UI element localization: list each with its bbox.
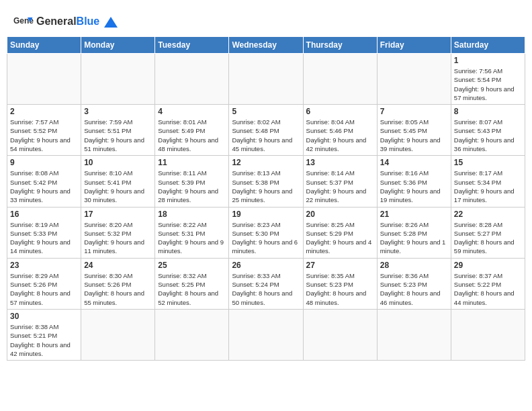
day-info: Sunrise: 8:32 AM Sunset: 5:25 PM Dayligh… xyxy=(158,271,226,307)
calendar-cell xyxy=(303,309,377,360)
day-number: 8 xyxy=(454,107,522,116)
calendar-cell: 22Sunrise: 8:28 AM Sunset: 5:27 PM Dayli… xyxy=(451,207,525,258)
day-number: 2 xyxy=(10,107,78,116)
day-number: 17 xyxy=(84,210,152,219)
day-number: 29 xyxy=(454,261,522,270)
calendar-cell: 5Sunrise: 8:02 AM Sunset: 5:48 PM Daylig… xyxy=(229,105,303,156)
day-number: 23 xyxy=(10,261,78,270)
day-info: Sunrise: 8:29 AM Sunset: 5:26 PM Dayligh… xyxy=(10,271,78,307)
day-info: Sunrise: 8:38 AM Sunset: 5:21 PM Dayligh… xyxy=(10,322,78,358)
calendar-week-row: 2Sunrise: 7:57 AM Sunset: 5:52 PM Daylig… xyxy=(7,105,525,156)
day-number: 20 xyxy=(306,210,374,219)
calendar-cell: 20Sunrise: 8:25 AM Sunset: 5:29 PM Dayli… xyxy=(303,207,377,258)
day-info: Sunrise: 8:20 AM Sunset: 5:32 PM Dayligh… xyxy=(84,220,152,256)
day-number: 3 xyxy=(84,107,152,116)
calendar-cell: 21Sunrise: 8:26 AM Sunset: 5:28 PM Dayli… xyxy=(377,207,451,258)
day-number: 4 xyxy=(158,107,226,116)
day-info: Sunrise: 8:10 AM Sunset: 5:41 PM Dayligh… xyxy=(84,169,152,204)
day-number: 24 xyxy=(84,261,152,270)
calendar-cell: 16Sunrise: 8:19 AM Sunset: 5:33 PM Dayli… xyxy=(7,207,81,258)
day-number: 7 xyxy=(380,107,448,116)
calendar-cell xyxy=(7,54,81,105)
calendar-week-row: 9Sunrise: 8:08 AM Sunset: 5:42 PM Daylig… xyxy=(7,156,525,207)
day-info: Sunrise: 8:36 AM Sunset: 5:23 PM Dayligh… xyxy=(380,271,448,307)
calendar-cell: 1Sunrise: 7:56 AM Sunset: 5:54 PM Daylig… xyxy=(451,54,525,105)
day-info: Sunrise: 8:25 AM Sunset: 5:29 PM Dayligh… xyxy=(306,220,374,256)
day-number: 11 xyxy=(158,158,226,167)
day-info: Sunrise: 8:07 AM Sunset: 5:43 PM Dayligh… xyxy=(454,118,522,153)
calendar-cell xyxy=(155,54,229,105)
calendar-header-row: SundayMondayTuesdayWednesdayThursdayFrid… xyxy=(7,37,525,54)
logo: General GeneralBlue xyxy=(13,13,118,30)
calendar-cell: 27Sunrise: 8:35 AM Sunset: 5:23 PM Dayli… xyxy=(303,258,377,309)
calendar-cell: 28Sunrise: 8:36 AM Sunset: 5:23 PM Dayli… xyxy=(377,258,451,309)
calendar-cell xyxy=(155,309,229,360)
day-info: Sunrise: 8:04 AM Sunset: 5:46 PM Dayligh… xyxy=(306,118,374,153)
calendar-cell: 3Sunrise: 7:59 AM Sunset: 5:51 PM Daylig… xyxy=(81,105,155,156)
day-number: 22 xyxy=(454,210,522,219)
day-header-friday: Friday xyxy=(377,37,451,54)
calendar-cell: 11Sunrise: 8:11 AM Sunset: 5:39 PM Dayli… xyxy=(155,156,229,207)
day-number: 21 xyxy=(380,210,448,219)
day-number: 16 xyxy=(10,210,78,219)
day-info: Sunrise: 7:56 AM Sunset: 5:54 PM Dayligh… xyxy=(454,66,522,102)
day-info: Sunrise: 8:14 AM Sunset: 5:37 PM Dayligh… xyxy=(306,169,374,204)
day-number: 10 xyxy=(84,158,152,167)
calendar-cell: 8Sunrise: 8:07 AM Sunset: 5:43 PM Daylig… xyxy=(451,105,525,156)
calendar-cell xyxy=(229,54,303,105)
day-info: Sunrise: 8:22 AM Sunset: 5:31 PM Dayligh… xyxy=(158,220,226,256)
day-number: 18 xyxy=(158,210,226,219)
day-header-wednesday: Wednesday xyxy=(229,37,303,54)
day-number: 13 xyxy=(306,158,374,167)
calendar-cell: 26Sunrise: 8:33 AM Sunset: 5:24 PM Dayli… xyxy=(229,258,303,309)
day-number: 6 xyxy=(306,107,374,116)
calendar-cell xyxy=(377,54,451,105)
day-header-sunday: Sunday xyxy=(7,37,81,54)
day-info: Sunrise: 8:08 AM Sunset: 5:42 PM Dayligh… xyxy=(10,169,78,204)
calendar-week-row: 30Sunrise: 8:38 AM Sunset: 5:21 PM Dayli… xyxy=(7,309,525,360)
calendar-cell: 30Sunrise: 8:38 AM Sunset: 5:21 PM Dayli… xyxy=(7,309,81,360)
calendar-cell: 6Sunrise: 8:04 AM Sunset: 5:46 PM Daylig… xyxy=(303,105,377,156)
day-info: Sunrise: 8:02 AM Sunset: 5:48 PM Dayligh… xyxy=(232,118,300,153)
page-header: General GeneralBlue xyxy=(7,7,525,33)
day-number: 5 xyxy=(232,107,300,116)
calendar-cell xyxy=(303,54,377,105)
calendar-week-row: 23Sunrise: 8:29 AM Sunset: 5:26 PM Dayli… xyxy=(7,258,525,309)
calendar-week-row: 1Sunrise: 7:56 AM Sunset: 5:54 PM Daylig… xyxy=(7,54,525,105)
calendar-cell: 19Sunrise: 8:23 AM Sunset: 5:30 PM Dayli… xyxy=(229,207,303,258)
logo-blue-text: Blue xyxy=(77,15,100,27)
day-number: 15 xyxy=(454,158,522,167)
day-header-tuesday: Tuesday xyxy=(155,37,229,54)
day-info: Sunrise: 7:57 AM Sunset: 5:52 PM Dayligh… xyxy=(10,118,78,153)
day-number: 26 xyxy=(232,261,300,270)
day-info: Sunrise: 8:28 AM Sunset: 5:27 PM Dayligh… xyxy=(454,220,522,256)
calendar-cell xyxy=(229,309,303,360)
day-info: Sunrise: 8:33 AM Sunset: 5:24 PM Dayligh… xyxy=(232,271,300,307)
calendar-cell: 18Sunrise: 8:22 AM Sunset: 5:31 PM Dayli… xyxy=(155,207,229,258)
calendar-cell: 2Sunrise: 7:57 AM Sunset: 5:52 PM Daylig… xyxy=(7,105,81,156)
day-number: 1 xyxy=(454,56,522,65)
calendar-cell: 24Sunrise: 8:30 AM Sunset: 5:26 PM Dayli… xyxy=(81,258,155,309)
calendar-cell xyxy=(81,54,155,105)
day-info: Sunrise: 8:30 AM Sunset: 5:26 PM Dayligh… xyxy=(84,271,152,307)
calendar-cell xyxy=(451,309,525,360)
calendar-cell: 4Sunrise: 8:01 AM Sunset: 5:49 PM Daylig… xyxy=(155,105,229,156)
day-number: 27 xyxy=(306,261,374,270)
day-header-thursday: Thursday xyxy=(303,37,377,54)
day-info: Sunrise: 8:35 AM Sunset: 5:23 PM Dayligh… xyxy=(306,271,374,307)
day-info: Sunrise: 8:01 AM Sunset: 5:49 PM Dayligh… xyxy=(158,118,226,153)
calendar-cell xyxy=(377,309,451,360)
calendar-week-row: 16Sunrise: 8:19 AM Sunset: 5:33 PM Dayli… xyxy=(7,207,525,258)
logo-icon: General xyxy=(13,13,34,30)
day-info: Sunrise: 8:26 AM Sunset: 5:28 PM Dayligh… xyxy=(380,220,448,256)
calendar-table: SundayMondayTuesdayWednesdayThursdayFrid… xyxy=(7,36,525,361)
calendar-cell: 9Sunrise: 8:08 AM Sunset: 5:42 PM Daylig… xyxy=(7,156,81,207)
calendar-cell: 23Sunrise: 8:29 AM Sunset: 5:26 PM Dayli… xyxy=(7,258,81,309)
calendar-cell: 29Sunrise: 8:37 AM Sunset: 5:22 PM Dayli… xyxy=(451,258,525,309)
calendar-cell: 12Sunrise: 8:13 AM Sunset: 5:38 PM Dayli… xyxy=(229,156,303,207)
day-info: Sunrise: 8:19 AM Sunset: 5:33 PM Dayligh… xyxy=(10,220,78,256)
day-number: 28 xyxy=(380,261,448,270)
day-number: 9 xyxy=(10,158,78,167)
calendar-cell: 7Sunrise: 8:05 AM Sunset: 5:45 PM Daylig… xyxy=(377,105,451,156)
day-header-saturday: Saturday xyxy=(451,37,525,54)
